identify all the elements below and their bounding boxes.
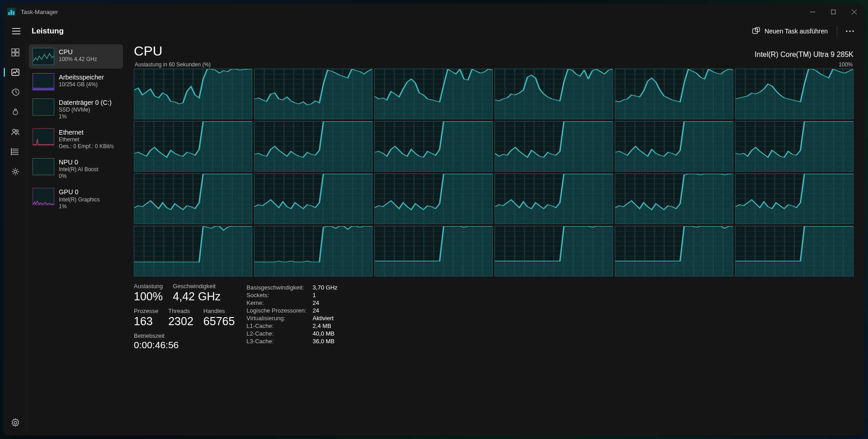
nav-app-history[interactable] xyxy=(6,84,24,100)
maximize-button[interactable] xyxy=(823,4,844,20)
stat-handles-label: Handles xyxy=(203,308,235,314)
minimize-button[interactable] xyxy=(802,4,823,20)
run-new-task-label: Neuen Task ausführen xyxy=(764,28,828,35)
resource-gpu-sub2: 1% xyxy=(59,203,100,210)
resource-gpu[interactable]: GPU 0Intel(R) Graphics1% xyxy=(29,184,123,213)
stat-prozesse-label: Prozesse xyxy=(134,308,158,314)
cpu-core-cell-23 xyxy=(735,226,854,276)
disk-thumb-icon xyxy=(33,98,54,116)
svg-point-11 xyxy=(852,30,854,32)
spec-sockets-v: 1 xyxy=(313,292,338,299)
main-header: CPU Intel(R) Core(TM) Ultra 9 285K xyxy=(134,43,854,59)
cpu-core-cell-20 xyxy=(374,226,493,276)
cpu-core-cell-12 xyxy=(134,173,252,224)
cpu-core-grid[interactable] xyxy=(134,69,854,276)
ellipsis-icon xyxy=(846,27,854,35)
stat-handles-value: 65765 xyxy=(203,314,235,328)
run-new-task-button[interactable]: Neuen Task ausführen xyxy=(746,23,833,39)
cpu-core-cell-10 xyxy=(615,121,733,172)
cpu-core-cell-14 xyxy=(374,173,493,224)
cpu-core-cell-8 xyxy=(374,121,493,172)
svg-point-25 xyxy=(11,149,12,149)
cpu-core-cell-0 xyxy=(134,69,252,119)
command-bar: Leistung Neuen Task ausführen xyxy=(4,20,864,42)
svg-point-20 xyxy=(16,130,18,132)
close-button[interactable] xyxy=(844,4,864,20)
spec-l2-v: 40,0 MB xyxy=(313,330,338,337)
nav-services[interactable] xyxy=(6,163,24,180)
stat-auslastung-value: 100% xyxy=(134,290,163,303)
resource-disk[interactable]: Datenträger 0 (C:)SSD (NVMe)1% xyxy=(29,95,123,124)
svg-point-26 xyxy=(11,150,12,151)
cpu-core-cell-4 xyxy=(615,69,733,119)
task-manager-window: Task-Manager Leistung Neuen Task ausführ… xyxy=(4,4,864,435)
cpu-core-cell-11 xyxy=(735,121,854,172)
resource-ethernet[interactable]: EthernetEthernetGes.: 0 Empf.: 0 KBit/s xyxy=(29,125,123,154)
resource-disk-sub2: 1% xyxy=(59,113,112,120)
svg-rect-1 xyxy=(831,10,835,14)
stat-gesch-value: 4,42 GHz xyxy=(173,290,221,303)
svg-point-18 xyxy=(14,109,16,111)
svg-point-9 xyxy=(846,30,847,32)
resource-npu-sub: Intel(R) AI Boost xyxy=(59,166,98,173)
cpu-core-cell-17 xyxy=(735,173,854,224)
spec-l1-k: L1-Cache: xyxy=(246,322,306,329)
main-heading: CPU xyxy=(134,43,162,59)
chart-caption-left: Auslastung in 60 Sekunden (%) xyxy=(135,61,211,68)
cpu-stats: Auslastung100% Geschwindigkeit4,42 GHz P… xyxy=(134,283,854,350)
hamburger-button[interactable] xyxy=(8,23,24,39)
cpu-core-cell-22 xyxy=(615,226,733,276)
resource-npu-name: NPU 0 xyxy=(59,158,98,166)
resource-cpu-sub: 100% 4,42 GHz xyxy=(59,56,97,63)
resource-ethernet-name: Ethernet xyxy=(59,128,113,136)
nav-performance[interactable] xyxy=(6,64,24,80)
stat-threads-value: 2302 xyxy=(168,314,193,328)
nav-startup[interactable] xyxy=(6,104,24,120)
cpu-model-name: Intel(R) Core(TM) Ultra 9 285K xyxy=(755,51,854,59)
stat-gesch-label: Geschwindigkeit xyxy=(173,283,221,290)
chart-caption: Auslastung in 60 Sekunden (%) 100% xyxy=(135,61,853,68)
stat-threads-label: Threads xyxy=(168,308,193,314)
cpu-core-cell-21 xyxy=(495,226,613,276)
spec-kerne-v: 24 xyxy=(313,299,338,306)
resource-ethernet-sub2: Ges.: 0 Empf.: 0 KBit/s xyxy=(59,143,113,150)
resource-disk-name: Datenträger 0 (C:) xyxy=(59,98,112,107)
stat-auslastung-label: Auslastung xyxy=(134,283,163,290)
resource-gpu-name: GPU 0 xyxy=(59,188,100,196)
more-button[interactable] xyxy=(841,23,859,39)
spec-virt-v: Aktiviert xyxy=(313,315,338,322)
svg-point-10 xyxy=(849,30,850,32)
cpu-core-cell-3 xyxy=(495,69,613,119)
cpu-core-cell-5 xyxy=(735,69,854,119)
nav-settings[interactable] xyxy=(6,415,24,431)
cpu-core-cell-2 xyxy=(374,69,493,119)
svg-rect-12 xyxy=(12,49,15,52)
app-title: Task-Manager xyxy=(21,9,58,15)
cpu-core-cell-9 xyxy=(495,121,613,172)
ethernet-thumb-icon xyxy=(33,128,54,145)
svg-rect-14 xyxy=(12,53,15,56)
resource-npu[interactable]: NPU 0Intel(R) AI Boost0% xyxy=(29,154,123,183)
nav-users[interactable] xyxy=(6,124,24,140)
cpu-core-cell-16 xyxy=(615,173,733,224)
nav-details[interactable] xyxy=(6,144,24,160)
main-panel: CPU Intel(R) Core(TM) Ultra 9 285K Ausla… xyxy=(126,42,864,435)
stat-betrieb-value: 0:00:46:56 xyxy=(134,339,235,350)
cpu-core-cell-15 xyxy=(495,173,613,224)
resource-memory[interactable]: Arbeitsspeicher10/254 GB (4%) xyxy=(29,70,123,94)
spec-l3-v: 36,0 MB xyxy=(313,338,338,345)
run-task-icon xyxy=(752,27,760,35)
stat-betrieb-label: Betriebszeit xyxy=(134,332,235,339)
cpu-core-cell-1 xyxy=(254,69,373,119)
svg-rect-31 xyxy=(33,88,54,90)
memory-thumb-icon xyxy=(33,73,54,90)
resource-cpu[interactable]: CPU100% 4,42 GHz xyxy=(29,44,123,69)
svg-point-29 xyxy=(14,170,17,173)
spec-lp-v: 24 xyxy=(313,307,338,314)
cpu-core-cell-13 xyxy=(254,173,373,224)
spec-kerne-k: Kerne: xyxy=(246,299,306,306)
nav-processes[interactable] xyxy=(6,44,24,61)
cpu-core-cell-7 xyxy=(254,121,373,172)
npu-thumb-icon xyxy=(33,158,54,175)
svg-point-28 xyxy=(11,154,12,155)
